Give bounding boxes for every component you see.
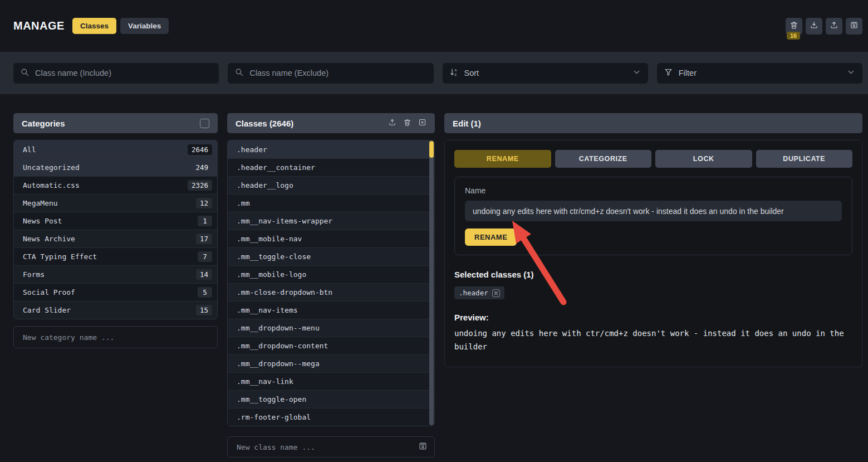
tab-lock[interactable]: LOCK xyxy=(655,150,752,168)
classes-header: Classes (2646) xyxy=(227,113,435,133)
preview-label: Preview: xyxy=(454,313,852,322)
class-row[interactable]: .mm__mobile-logo xyxy=(228,265,434,283)
class-row[interactable]: .mm__nav-items-wrapper xyxy=(228,212,434,230)
sort-dropdown[interactable]: AZ Sort xyxy=(443,63,648,84)
filter-band: AZ Sort Filter xyxy=(0,52,868,94)
remove-chip-icon[interactable] xyxy=(492,289,500,297)
new-class-input[interactable] xyxy=(237,443,413,451)
category-count-badge: 17 xyxy=(196,234,212,244)
category-name: Uncategorized xyxy=(23,163,192,172)
scrollbar-thumb[interactable] xyxy=(429,141,434,158)
class-name: .mm__dropdown-content xyxy=(237,342,429,350)
class-row[interactable]: .rm-footer-global xyxy=(228,408,434,426)
tab-categorize[interactable]: CATEGORIZE xyxy=(555,150,652,168)
new-category-input[interactable] xyxy=(23,333,210,342)
category-name: Automatic.css xyxy=(23,181,188,189)
class-name: .rm-footer-global xyxy=(237,413,429,421)
category-name: News Post xyxy=(23,217,198,225)
sort-label: Sort xyxy=(464,69,479,77)
category-row[interactable]: Forms14 xyxy=(14,265,217,283)
category-row[interactable]: Automatic.css2326 xyxy=(14,176,217,194)
categories-list: All2646Uncategorized249Automatic.css2326… xyxy=(13,140,218,319)
class-row[interactable]: .mm xyxy=(228,194,434,212)
class-row[interactable]: .mm__toggle-open xyxy=(228,390,434,408)
class-name: .mm__nav-items-wrapper xyxy=(237,217,429,225)
category-row[interactable]: All2646 xyxy=(14,140,217,158)
category-count-badge: 7 xyxy=(198,251,212,262)
name-input[interactable] xyxy=(465,201,842,221)
class-row[interactable]: .mm__nav-items xyxy=(228,301,434,319)
import-button[interactable] xyxy=(806,18,822,35)
trash-icon xyxy=(789,21,798,31)
upload-icon[interactable] xyxy=(388,118,396,129)
class-row[interactable]: .mm__nav-link xyxy=(228,372,434,390)
chevron-down-icon xyxy=(632,67,641,79)
class-row[interactable]: .header__container xyxy=(228,158,434,176)
scrollbar-track[interactable] xyxy=(429,141,434,425)
category-count-badge: 1 xyxy=(198,216,212,226)
class-row[interactable]: .mm__dropdown--menu xyxy=(228,319,434,337)
select-all-categories-checkbox[interactable] xyxy=(200,119,209,128)
edit-header: Edit (1) xyxy=(444,113,862,133)
category-row[interactable]: Social Proof5 xyxy=(14,283,217,301)
category-row[interactable]: News Archive17 xyxy=(14,230,217,247)
exclude-search-input[interactable] xyxy=(249,69,426,77)
selected-classes-label: Selected classes (1) xyxy=(454,270,852,279)
trash-icon[interactable] xyxy=(403,118,411,129)
search-icon xyxy=(234,67,244,79)
selected-class-chip: .header xyxy=(454,286,504,299)
filter-dropdown[interactable]: Filter xyxy=(657,63,862,84)
download-icon xyxy=(810,21,818,31)
category-row[interactable]: Card Slider15 xyxy=(14,301,217,319)
category-name: News Archive xyxy=(23,235,196,243)
categories-title: Categories xyxy=(22,119,65,128)
selected-class-name: .header xyxy=(459,289,488,297)
save-button[interactable] xyxy=(846,18,862,35)
class-name: .mm__mobile-nav xyxy=(237,235,429,243)
class-row[interactable]: .mm__mobile-nav xyxy=(228,230,434,247)
class-row[interactable]: .header__logo xyxy=(228,176,434,194)
export-button[interactable] xyxy=(826,18,842,35)
class-row[interactable]: .mm__dropdown--mega xyxy=(228,354,434,372)
edit-panel: Edit (1) RENAME CATEGORIZE LOCK DUPLICAT… xyxy=(444,113,862,367)
category-name: Forms xyxy=(23,270,196,279)
toolbar: 16 xyxy=(786,18,862,35)
include-search-input[interactable] xyxy=(35,69,212,77)
close-square-icon[interactable] xyxy=(418,118,426,129)
exclude-search-field[interactable] xyxy=(228,63,433,84)
rename-button[interactable]: RENAME xyxy=(465,228,517,246)
categories-header: Categories xyxy=(13,113,218,133)
preview-text: undoing any edits here with ctr/cmd+z do… xyxy=(454,327,852,353)
class-row[interactable]: .mm-close-dropdown-btn xyxy=(228,283,434,301)
class-name: .mm__mobile-logo xyxy=(237,270,429,279)
class-row[interactable]: .mm__dropdown-content xyxy=(228,337,434,354)
classes-list: .header.header__container.header__logo.m… xyxy=(227,140,435,426)
top-bar: MANAGE Classes Variables 16 xyxy=(0,0,868,52)
edit-tabs: RENAME CATEGORIZE LOCK DUPLICATE xyxy=(454,150,852,168)
upload-icon xyxy=(830,21,838,31)
edit-title: Edit (1) xyxy=(453,119,481,128)
tab-classes[interactable]: Classes xyxy=(72,18,116,34)
category-count-badge: 249 xyxy=(192,162,212,173)
category-count-badge: 15 xyxy=(196,305,212,315)
class-row[interactable]: .mm__toggle-close xyxy=(228,247,434,265)
tab-rename[interactable]: RENAME xyxy=(454,150,551,168)
category-count-badge: 5 xyxy=(198,287,212,298)
category-row[interactable]: MegaMenu12 xyxy=(14,194,217,212)
class-name: .header__container xyxy=(237,163,429,172)
category-row[interactable]: Uncategorized249 xyxy=(14,158,217,176)
tab-variables[interactable]: Variables xyxy=(120,18,169,34)
category-name: All xyxy=(23,145,188,154)
category-count-badge: 2646 xyxy=(188,144,212,155)
save-icon[interactable] xyxy=(418,441,428,453)
tab-duplicate[interactable]: DUPLICATE xyxy=(756,150,853,168)
category-row[interactable]: CTA Typing Effect7 xyxy=(14,247,217,265)
filter-label: Filter xyxy=(679,69,697,77)
edit-body: RENAME CATEGORIZE LOCK DUPLICATE Name RE… xyxy=(444,140,862,367)
class-name: .header xyxy=(237,145,429,154)
class-name: .mm-close-dropdown-btn xyxy=(237,288,429,296)
class-row[interactable]: .header xyxy=(228,140,434,158)
include-search-field[interactable] xyxy=(13,63,219,84)
category-row[interactable]: News Post1 xyxy=(14,212,217,230)
rename-form: Name RENAME xyxy=(454,177,852,255)
